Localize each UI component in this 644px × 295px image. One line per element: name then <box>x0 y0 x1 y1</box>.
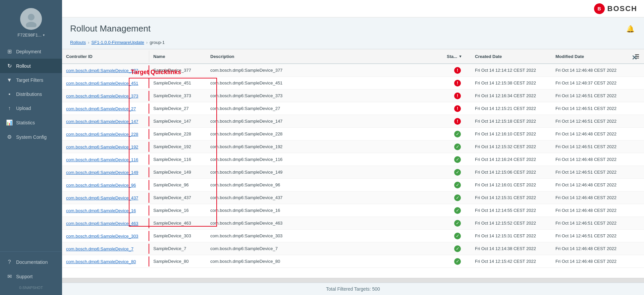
sidebar-item-distributions[interactable]: ▪ Distributions <box>0 87 62 101</box>
cell-description: com.bosch.dmp6:SampleDevice_377 <box>206 66 444 75</box>
username-dropdown[interactable]: F72E98F1... ▾ <box>17 33 45 38</box>
cell-status: ✓ <box>444 218 471 229</box>
cell-status: ✓ <box>444 205 471 216</box>
sidebar-item-label: Rollout <box>16 63 31 69</box>
status-ok-icon: ✓ <box>454 143 461 150</box>
breadcrumb: Rollouts › SF1-1.0.0-FirmwareUpdate › gr… <box>62 37 644 49</box>
status-error-icon: ! <box>454 118 461 125</box>
controller-link[interactable]: com.bosch.dmp6:SampleDevice_116 <box>66 157 138 162</box>
close-button[interactable]: ✕ <box>632 54 637 62</box>
table-row: com.bosch.dmp6:SampleDevice_192 SampleDe… <box>62 140 644 153</box>
cell-name: SampleDevice_437 <box>149 193 206 202</box>
cell-name: SampleDevice_373 <box>149 91 206 100</box>
sidebar-nav: ⊞ Deployment ↻ Rollout ▼ Target Filters … <box>0 44 62 251</box>
horizontal-scrollbar[interactable] <box>62 278 644 283</box>
sidebar-item-documentation[interactable]: ? Documentation <box>0 255 62 269</box>
cell-modified-date: Fri Oct 14 12:46:51 CEST 2022 <box>551 91 632 100</box>
filter-icon: ▼ <box>6 77 13 83</box>
sidebar-item-statistics[interactable]: 📊 Statistics <box>0 115 62 130</box>
controller-link[interactable]: com.bosch.dmp6:SampleDevice_463 <box>66 221 138 226</box>
cell-description: com.bosch.dmp6:SampleDevice_437 <box>206 193 444 202</box>
sidebar-item-label: Statistics <box>16 120 35 125</box>
upload-icon: ↑ <box>6 105 13 111</box>
sidebar-item-rollout[interactable]: ↻ Rollout <box>0 59 62 73</box>
cell-status: ✓ <box>444 141 471 152</box>
col-header-modified: Modified Date <box>551 51 632 62</box>
controller-link[interactable]: com.bosch.dmp6:SampleDevice_7 <box>66 246 133 251</box>
cell-description: com.bosch.dmp6:SampleDevice_149 <box>206 168 444 177</box>
controller-link[interactable]: com.bosch.dmp6:SampleDevice_192 <box>66 144 138 150</box>
sidebar-item-upload[interactable]: ↑ Upload <box>0 101 62 115</box>
documentation-icon: ? <box>6 259 13 265</box>
controller-link[interactable]: com.bosch.dmp6:SampleDevice_147 <box>66 119 138 124</box>
cell-status: ✓ <box>444 180 471 190</box>
cell-status: ✓ <box>444 167 471 178</box>
cell-name: SampleDevice_192 <box>149 142 206 151</box>
table-row: com.bosch.dmp6:SampleDevice_80 SampleDev… <box>62 255 644 268</box>
cell-name: SampleDevice_147 <box>149 117 206 126</box>
cell-controller: com.bosch.dmp6:SampleDevice_373 <box>62 91 149 101</box>
config-icon: ⚙ <box>6 134 13 140</box>
cell-created-date: Fri Oct 14 12:15:38 CEST 2022 <box>471 78 551 87</box>
breadcrumb-sep-1: › <box>88 40 89 45</box>
cell-controller: com.bosch.dmp6:SampleDevice_80 <box>62 256 149 267</box>
cell-created-date: Fri Oct 14 12:16:01 CEST 2022 <box>471 180 551 189</box>
status-ok-icon: ✓ <box>454 220 461 227</box>
page-header: Rollout Management 🔔 <box>62 17 644 37</box>
cell-status: ! <box>444 103 471 114</box>
cell-controller: com.bosch.dmp6:SampleDevice_463 <box>62 218 149 228</box>
controller-link[interactable]: com.bosch.dmp6:SampleDevice_373 <box>66 94 138 99</box>
cell-modified-date: Fri Oct 14 12:48:37 CEST 2022 <box>551 78 632 87</box>
table-row: com.bosch.dmp6:SampleDevice_7 SampleDevi… <box>62 242 644 255</box>
cell-name: SampleDevice_16 <box>149 206 206 215</box>
controller-link[interactable]: com.bosch.dmp6:SampleDevice_377 <box>66 68 138 73</box>
status-error-icon: ! <box>454 80 461 86</box>
cell-controller: com.bosch.dmp6:SampleDevice_96 <box>62 180 149 190</box>
cell-description: com.bosch.dmp6:SampleDevice_228 <box>206 129 444 138</box>
table-row: com.bosch.dmp6:SampleDevice_228 SampleDe… <box>62 128 644 140</box>
cell-description: com.bosch.dmp6:SampleDevice_116 <box>206 155 444 164</box>
cell-created-date: Fri Oct 14 12:14:38 CEST 2022 <box>471 244 551 253</box>
sort-icon[interactable]: ▼ <box>459 54 462 58</box>
cell-description: com.bosch.dmp6:SampleDevice_373 <box>206 91 444 100</box>
cell-name: SampleDevice_116 <box>149 155 206 164</box>
cell-controller: com.bosch.dmp6:SampleDevice_149 <box>62 167 149 177</box>
sidebar-item-system-config[interactable]: ⚙ System Config <box>0 130 62 144</box>
sidebar-item-target-filters[interactable]: ▼ Target Filters <box>0 73 62 87</box>
cell-description: com.bosch.dmp6:SampleDevice_303 <box>206 231 444 240</box>
sidebar-item-deployment[interactable]: ⊞ Deployment <box>0 44 62 59</box>
controller-link[interactable]: com.bosch.dmp6:SampleDevice_96 <box>66 183 136 188</box>
controller-link[interactable]: com.bosch.dmp6:SampleDevice_228 <box>66 132 138 137</box>
notification-bell-button[interactable]: 🔔 <box>625 23 636 34</box>
status-ok-icon: ✓ <box>454 258 461 265</box>
table-row: com.bosch.dmp6:SampleDevice_116 SampleDe… <box>62 153 644 166</box>
cell-description: com.bosch.dmp6:SampleDevice_451 <box>206 78 444 87</box>
cell-status: ✓ <box>444 243 471 254</box>
breadcrumb-firmware-link[interactable]: SF1-1.0.0-FirmwareUpdate <box>91 40 144 45</box>
distributions-icon: ▪ <box>6 91 13 97</box>
cell-name: SampleDevice_451 <box>149 78 206 87</box>
col-header-name: Name <box>149 51 206 62</box>
controller-link[interactable]: com.bosch.dmp6:SampleDevice_303 <box>66 234 138 239</box>
sidebar-item-support[interactable]: ✉ Support <box>0 269 62 284</box>
status-ok-icon: ✓ <box>454 156 461 163</box>
status-ok-icon: ✓ <box>454 169 461 176</box>
breadcrumb-rollouts-link[interactable]: Rollouts <box>70 40 86 45</box>
table-row: com.bosch.dmp6:SampleDevice_437 SampleDe… <box>62 191 644 204</box>
topbar: B BOSCH <box>62 0 644 17</box>
sidebar-item-label: Support <box>16 274 33 279</box>
cell-controller: com.bosch.dmp6:SampleDevice_451 <box>62 78 149 88</box>
cell-modified-date: Fri Oct 14 12:46:48 CEST 2022 <box>551 257 632 266</box>
cell-controller: com.bosch.dmp6:SampleDevice_228 <box>62 129 149 139</box>
controller-link[interactable]: com.bosch.dmp6:SampleDevice_149 <box>66 170 138 175</box>
controller-link[interactable]: com.bosch.dmp6:SampleDevice_80 <box>66 259 136 264</box>
cell-controller: com.bosch.dmp6:SampleDevice_16 <box>62 205 149 216</box>
cell-controller: com.bosch.dmp6:SampleDevice_377 <box>62 65 149 75</box>
cell-modified-date: Fri Oct 14 12:46:48 CEST 2022 <box>551 180 632 189</box>
controller-link[interactable]: com.bosch.dmp6:SampleDevice_437 <box>66 195 138 200</box>
controller-link[interactable]: com.bosch.dmp6:SampleDevice_451 <box>66 81 138 86</box>
cell-name: SampleDevice_228 <box>149 129 206 138</box>
controller-link[interactable]: com.bosch.dmp6:SampleDevice_16 <box>66 208 136 213</box>
cell-status: ✓ <box>444 256 471 267</box>
controller-link[interactable]: com.bosch.dmp6:SampleDevice_27 <box>66 106 136 111</box>
